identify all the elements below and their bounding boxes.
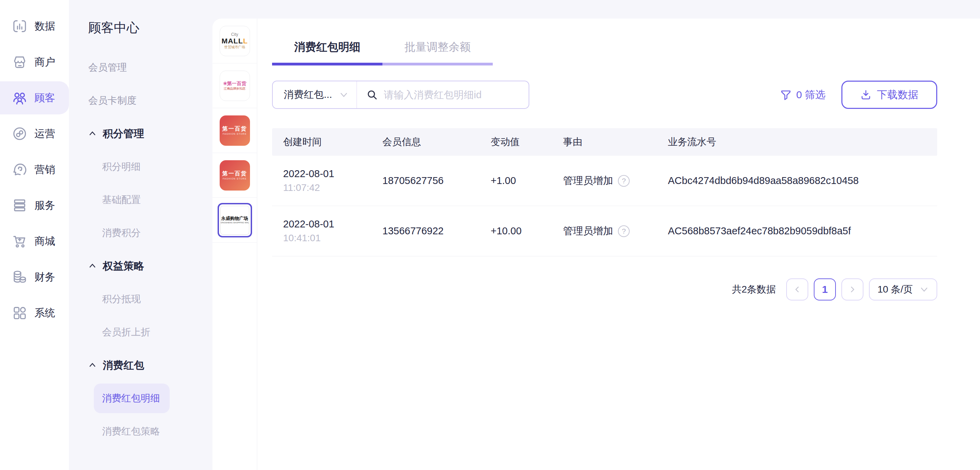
marketing-icon <box>12 162 28 178</box>
pagination: 共2条数据 1 10 条/页 <box>272 278 937 300</box>
nav-item-operations[interactable]: 运营 <box>0 117 69 150</box>
selected-workspace-border: 永盛购物广场 YONGSHENG SHOPPING MALL <box>218 203 252 237</box>
coins-icon <box>12 269 28 285</box>
app-root: 数据 商户 <box>0 0 980 470</box>
grid-icon <box>12 305 28 321</box>
search-icon <box>367 89 378 100</box>
cell-member-info: 18705627756 <box>371 175 480 186</box>
sidebar-item-points-detail[interactable]: 积分明细 <box>69 150 212 183</box>
table-header: 创建时间 会员信息 变动值 事由 业务流水号 <box>272 128 937 156</box>
filter-button[interactable]: 0 筛选 <box>780 88 826 102</box>
chevron-left-icon <box>794 286 801 293</box>
workspace-diyi-baihuo-jiangnan[interactable]: ❀第一百货 江南品牌折扣店 <box>212 64 257 108</box>
cart-icon <box>12 233 28 249</box>
download-label: 下载数据 <box>877 88 918 102</box>
sidebar-item-red-packet-detail[interactable]: 消费红包明细 <box>69 382 212 415</box>
sidebar-item-member-extra-discount[interactable]: 会员折上折 <box>69 316 212 349</box>
nav-item-customer[interactable]: 顾客 <box>0 81 69 114</box>
prev-page-button[interactable] <box>786 278 808 300</box>
operations-icon <box>12 126 28 141</box>
workspace-city-mall[interactable]: City MALLL 世贸城市广场 <box>212 19 257 64</box>
bar-chart-icon <box>12 18 28 34</box>
table-row: 2022-08-01 11:07:42 18705627756 +1.00 管理… <box>272 156 937 206</box>
download-data-button[interactable]: 下载数据 <box>842 81 937 109</box>
tab-batch-adjust-balance[interactable]: 批量调整余额 <box>382 39 493 54</box>
sidebar-item-basic-config[interactable]: 基础配置 <box>69 183 212 216</box>
page-number-button[interactable]: 1 <box>814 278 836 300</box>
sidebar-item-consumption-points[interactable]: 消费积分 <box>69 216 212 249</box>
col-reason: 事由 <box>552 135 657 149</box>
customer-center-sidebar: 顾客中心 会员管理 会员卡制度 积分管理 积分明细 基础配置 消费积分 权益策略… <box>69 0 212 470</box>
nav-label: 顾客 <box>35 91 55 105</box>
red-packet-table: 创建时间 会员信息 变动值 事由 业务流水号 2022-08-01 11:07:… <box>272 128 937 256</box>
cell-change-value: +10.00 <box>480 225 552 237</box>
diyi-baihuo-logo: 第一百货 FASHION STORE <box>220 116 250 146</box>
cell-created-time: 2022-08-01 10:41:01 <box>272 219 371 244</box>
nav-item-data[interactable]: 数据 <box>0 10 69 43</box>
nav-item-merchant[interactable]: 商户 <box>0 46 69 79</box>
logo-accent-letter: L <box>243 37 248 45</box>
chevron-up-icon <box>88 361 97 369</box>
chevron-down-icon <box>920 285 929 294</box>
users-icon <box>12 90 28 106</box>
workspace-diyi-baihuo[interactable]: 第一百货 FASHION STORE <box>212 108 257 153</box>
tab-underline <box>272 63 493 65</box>
nav-item-system[interactable]: 系统 <box>0 296 69 329</box>
workspace-logo-rail: City MALLL 世贸城市广场 ❀第一百货 江南品牌折扣店 第一百货 FAS… <box>212 19 257 470</box>
nav-label: 营销 <box>35 163 55 177</box>
sidebar-menu: 会员管理 会员卡制度 积分管理 积分明细 基础配置 消费积分 权益策略 积分抵现… <box>69 51 212 448</box>
nav-label: 运营 <box>35 127 55 141</box>
nav-item-finance[interactable]: 财务 <box>0 260 69 294</box>
sidebar-item-member-card-system[interactable]: 会员卡制度 <box>69 84 212 117</box>
flower-logo-icon: ❀ <box>223 81 227 86</box>
tab-red-packet-detail[interactable]: 消费红包明细 <box>272 39 382 54</box>
total-count-label: 共2条数据 <box>732 283 776 296</box>
nav-label: 数据 <box>35 19 55 33</box>
chevron-up-icon <box>88 262 97 270</box>
sidebar-item-red-packet-strategy[interactable]: 消费红包策略 <box>69 415 212 448</box>
nav-item-mall[interactable]: 商城 <box>0 225 69 258</box>
workspace-yongsheng-mall-selected[interactable]: 永盛购物广场 YONGSHENG SHOPPING MALL <box>212 198 257 243</box>
sidebar-item-points-to-cash[interactable]: 积分抵现 <box>69 283 212 316</box>
nav-item-service[interactable]: 服务 <box>0 189 69 222</box>
question-circle-icon[interactable]: ? <box>618 175 630 187</box>
nav-item-marketing[interactable]: 营销 <box>0 153 69 186</box>
question-circle-icon[interactable]: ? <box>618 225 630 237</box>
next-page-button[interactable] <box>842 278 864 300</box>
page-size-value: 10 条/页 <box>878 283 913 296</box>
funnel-icon <box>780 89 791 100</box>
search-input[interactable] <box>384 89 529 101</box>
sidebar-group-benefit-strategy[interactable]: 权益策略 <box>69 249 212 283</box>
primary-nav-rail: 数据 商户 <box>0 0 69 470</box>
col-member-info: 会员信息 <box>371 135 480 149</box>
yongsheng-mall-logo: 永盛购物广场 YONGSHENG SHOPPING MALL <box>220 206 249 235</box>
search-type-select[interactable]: 消费红包... <box>273 81 357 108</box>
main-content: 消费红包明细 批量调整余额 消费红包... <box>272 19 937 470</box>
tab-underline-track <box>382 63 493 65</box>
cell-change-value: +1.00 <box>480 175 552 186</box>
table-row: 2022-08-01 10:41:01 13566776922 +10.00 管… <box>272 206 937 256</box>
page-size-select[interactable]: 10 条/页 <box>869 278 937 300</box>
col-change-value: 变动值 <box>480 135 552 149</box>
nav-label: 系统 <box>35 306 55 320</box>
nav-label: 商户 <box>35 55 55 69</box>
download-icon <box>860 89 871 100</box>
cell-created-time: 2022-08-01 11:07:42 <box>272 168 371 193</box>
search-type-value: 消费红包... <box>284 88 332 102</box>
sidebar-group-points-management[interactable]: 积分管理 <box>69 117 212 150</box>
toolbar: 消费红包... 0 筛选 下载数据 <box>272 81 937 109</box>
search-combo: 消费红包... <box>272 81 529 109</box>
nav-label: 财务 <box>35 270 55 284</box>
city-mall-logo: City MALLL 世贸城市广场 <box>220 26 250 56</box>
diyi-baihuo-logo-2: 第一百货 FASHION STORE <box>220 160 250 191</box>
content-panel: City MALLL 世贸城市广场 ❀第一百货 江南品牌折扣店 第一百货 FAS… <box>212 19 980 470</box>
sidebar-item-member-management[interactable]: 会员管理 <box>69 51 212 84</box>
cell-serial-number: AC568b8573aef24ec78b82b9059dbf8a5f <box>657 225 937 237</box>
filter-label: 0 筛选 <box>796 88 826 102</box>
nav-label: 商城 <box>35 234 55 248</box>
chevron-up-icon <box>88 130 97 138</box>
cell-serial-number: ACbc4274dbd6b94d89aa58a89682c10458 <box>657 175 937 186</box>
sidebar-title: 顾客中心 <box>88 19 139 37</box>
sidebar-group-consumption-red-packet[interactable]: 消费红包 <box>69 349 212 382</box>
workspace-diyi-baihuo-2[interactable]: 第一百货 FASHION STORE <box>212 153 257 198</box>
